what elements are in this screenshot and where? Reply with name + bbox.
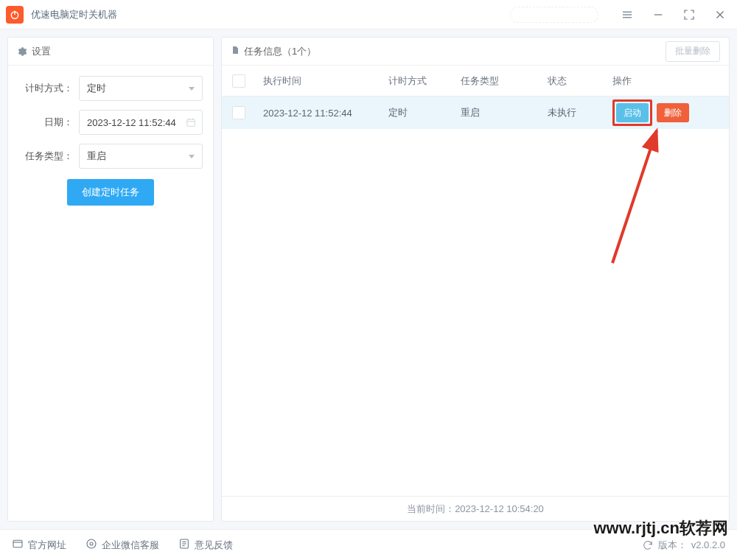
current-time-value: 2023-12-12 10:54:20 — [455, 503, 544, 514]
gear-icon — [17, 46, 27, 57]
app-logo-icon — [6, 6, 24, 24]
svg-point-15 — [90, 542, 93, 545]
type-select[interactable]: 重启 — [79, 144, 203, 169]
svg-rect-8 — [187, 119, 195, 126]
globe-icon — [12, 538, 24, 552]
footer: 官方网址 企业微信客服 意见反馈 版本： v2.0.2.0 — [0, 529, 737, 560]
col-method: 计时方式 — [388, 74, 461, 88]
titlebar-decor — [422, 7, 495, 23]
task-panel-title: 任务信息（1个） — [244, 45, 316, 58]
date-label: 日期： — [18, 116, 73, 129]
close-icon[interactable] — [713, 8, 727, 21]
col-ops: 操作 — [612, 74, 694, 88]
version-label: 版本： — [658, 539, 687, 552]
menu-icon[interactable] — [621, 8, 634, 21]
select-all-checkbox[interactable] — [232, 74, 245, 88]
row-status: 未执行 — [548, 106, 612, 119]
wechat-support-link[interactable]: 企业微信客服 — [85, 538, 159, 552]
app-title: 优速电脑定时关机器 — [31, 8, 117, 21]
official-site-link[interactable]: 官方网址 — [12, 538, 66, 552]
col-status: 状态 — [548, 74, 612, 88]
annotation-arrow-icon — [605, 123, 679, 273]
current-time-label: 当前时间： — [407, 503, 455, 516]
refresh-icon — [642, 539, 654, 551]
row-type: 重启 — [461, 106, 548, 119]
settings-panel: 设置 计时方式： 定时 日期： 2023-12-12 11:52:44 — [7, 37, 214, 522]
official-site-label: 官方网址 — [28, 539, 66, 552]
annotation-highlight: 启动 — [612, 99, 652, 126]
batch-delete-button[interactable]: 批量删除 — [666, 41, 720, 62]
calendar-icon — [186, 117, 196, 127]
titlebar: 优速电脑定时关机器 — [0, 0, 737, 29]
col-time: 执行时间 — [263, 74, 388, 88]
task-panel: 任务信息（1个） 批量删除 执行时间 计时方式 任务类型 状态 操作 2023-… — [221, 37, 730, 522]
date-input[interactable]: 2023-12-12 11:52:44 — [79, 110, 203, 135]
app-window: 优速电脑定时关机器 设置 计时方式： 定时 — [0, 0, 737, 560]
type-value: 重启 — [87, 150, 106, 163]
svg-rect-12 — [13, 540, 22, 547]
feedback-link[interactable]: 意见反馈 — [178, 538, 233, 552]
col-type: 任务类型 — [461, 74, 548, 88]
support-icon — [85, 538, 97, 552]
start-button[interactable]: 启动 — [616, 103, 649, 122]
table-body: 2023-12-12 11:52:44 定时 重启 未执行 启动 删除 — [222, 97, 729, 496]
svg-point-14 — [87, 539, 96, 548]
create-task-button[interactable]: 创建定时任务 — [67, 179, 154, 206]
type-label: 任务类型： — [18, 150, 73, 163]
titlebar-decor2 — [510, 7, 598, 23]
feedback-label: 意见反馈 — [195, 539, 233, 552]
method-select[interactable]: 定时 — [79, 76, 203, 101]
main-area: 设置 计时方式： 定时 日期： 2023-12-12 11:52:44 — [0, 29, 737, 529]
row-checkbox[interactable] — [232, 106, 245, 119]
wechat-support-label: 企业微信客服 — [102, 539, 159, 552]
row-method: 定时 — [388, 106, 461, 119]
version-info: 版本： v2.0.2.0 — [642, 539, 725, 552]
row-time: 2023-12-12 11:52:44 — [263, 108, 388, 119]
method-label: 计时方式： — [18, 82, 73, 95]
table-row: 2023-12-12 11:52:44 定时 重启 未执行 启动 删除 — [222, 97, 729, 129]
settings-header: 设置 — [8, 38, 213, 66]
minimize-icon[interactable] — [652, 8, 665, 21]
date-value: 2023-12-12 11:52:44 — [87, 117, 176, 128]
current-time-bar: 当前时间： 2023-12-12 10:54:20 — [222, 496, 729, 521]
document-icon — [231, 45, 240, 57]
table-header: 执行时间 计时方式 任务类型 状态 操作 — [222, 66, 729, 97]
delete-button[interactable]: 删除 — [657, 103, 689, 122]
version-value: v2.0.2.0 — [691, 539, 725, 550]
settings-form: 计时方式： 定时 日期： 2023-12-12 11:52:44 任务 — [8, 66, 213, 213]
method-value: 定时 — [87, 82, 106, 95]
fullscreen-icon[interactable] — [682, 8, 696, 21]
feedback-icon — [178, 538, 190, 552]
task-panel-header: 任务信息（1个） 批量删除 — [222, 38, 729, 66]
settings-title: 设置 — [32, 45, 51, 58]
